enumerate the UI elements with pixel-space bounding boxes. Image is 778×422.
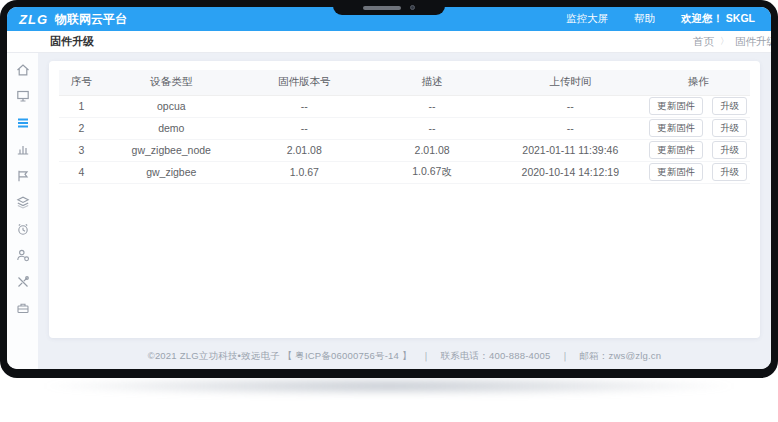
copyright-footer: ©2021 ZLG立功科技•致远电子 【 粤ICP备06000756号-14 】… (38, 344, 771, 369)
update-firmware-button[interactable]: 更新固件 (649, 163, 703, 180)
cell-version: 1.0.67 (239, 161, 370, 183)
table-row: 2 demo -- -- -- 更新固件 升级 (59, 117, 750, 139)
firmware-table: 序号 设备类型 固件版本号 描述 上传时间 操作 (59, 70, 750, 184)
cell-upload-time: -- (494, 95, 646, 117)
cell-description: 2.01.08 (370, 139, 494, 161)
user-admin-icon[interactable] (15, 248, 30, 263)
upgrade-button[interactable]: 升级 (712, 97, 747, 114)
col-header-upload-time: 上传时间 (494, 70, 646, 95)
home-icon[interactable] (15, 62, 30, 77)
device-drop-shadow (36, 376, 742, 396)
col-header-version: 固件版本号 (239, 70, 370, 95)
table-row: 1 opcua -- -- -- 更新固件 升级 (59, 95, 750, 117)
cell-operations: 更新固件 升级 (646, 161, 750, 183)
upgrade-button[interactable]: 升级 (712, 163, 747, 180)
header-nav: 监控大屏 帮助 欢迎您！ SKGL (566, 12, 755, 26)
nav-monitor-screen[interactable]: 监控大屏 (566, 12, 608, 26)
update-firmware-button[interactable]: 更新固件 (649, 141, 703, 158)
cell-operations: 更新固件 升级 (646, 139, 750, 161)
table-header-row: 序号 设备类型 固件版本号 描述 上传时间 操作 (59, 70, 750, 95)
speaker-slot (363, 6, 401, 10)
alarm-icon[interactable] (15, 221, 30, 236)
nav-help[interactable]: 帮助 (634, 12, 655, 26)
cell-index: 4 (59, 161, 104, 183)
main-area: 序号 设备类型 固件版本号 描述 上传时间 操作 (7, 53, 771, 369)
screen: ZLG 物联网云平台 监控大屏 帮助 欢迎您！ SKGL 固件升级 首页 〉 固… (7, 7, 771, 369)
card-wrapper: 序号 设备类型 固件版本号 描述 上传时间 操作 (38, 53, 771, 344)
cell-device-type: gw_zigbee_node (104, 139, 239, 161)
update-firmware-button[interactable]: 更新固件 (649, 97, 703, 114)
upgrade-button[interactable]: 升级 (712, 141, 747, 158)
cell-version: -- (239, 117, 370, 139)
content-area: 序号 设备类型 固件版本号 描述 上传时间 操作 (38, 53, 771, 369)
monitor-icon[interactable] (15, 89, 30, 104)
breadcrumb-current: 固件升级 (735, 35, 771, 49)
layers-icon[interactable] (15, 195, 30, 210)
cell-index: 2 (59, 117, 104, 139)
cell-version: -- (239, 95, 370, 117)
breadcrumb: 首页 〉 固件升级 (693, 35, 771, 49)
breadcrumb-separator-icon: 〉 (720, 35, 729, 48)
cell-index: 1 (59, 95, 104, 117)
cell-operations: 更新固件 升级 (646, 95, 750, 117)
bar-chart-icon[interactable] (15, 142, 30, 157)
cell-version: 2.01.08 (239, 139, 370, 161)
cell-description: -- (370, 95, 494, 117)
col-header-description: 描述 (370, 70, 494, 95)
device-notch (333, 0, 445, 15)
cell-description: 1.0.67改 (370, 161, 494, 183)
tab-strip: 固件升级 首页 〉 固件升级 (7, 31, 771, 53)
cell-upload-time: -- (494, 117, 646, 139)
tab-firmware-upgrade[interactable]: 固件升级 (50, 34, 94, 49)
camera-dot (410, 5, 415, 10)
welcome-user-label[interactable]: 欢迎您！ SKGL (681, 12, 755, 26)
firmware-table-card: 序号 设备类型 固件版本号 描述 上传时间 操作 (49, 61, 760, 338)
col-header-device-type: 设备类型 (104, 70, 239, 95)
update-firmware-button[interactable]: 更新固件 (649, 119, 703, 136)
zlg-logo: ZLG (19, 12, 48, 27)
table-row: 4 gw_zigbee 1.0.67 1.0.67改 2020-10-14 14… (59, 161, 750, 183)
firmware-list-icon[interactable] (15, 115, 30, 130)
cell-operations: 更新固件 升级 (646, 117, 750, 139)
device-mockup: ZLG 物联网云平台 监控大屏 帮助 欢迎您！ SKGL 固件升级 首页 〉 固… (0, 0, 778, 422)
toolbox-icon[interactable] (15, 301, 30, 316)
col-header-operation: 操作 (646, 70, 750, 95)
cell-upload-time: 2021-01-11 11:39:46 (494, 139, 646, 161)
device-bezel: ZLG 物联网云平台 监控大屏 帮助 欢迎您！ SKGL 固件升级 首页 〉 固… (0, 0, 778, 378)
brand-title: 物联网云平台 (55, 11, 127, 28)
sidebar (7, 53, 38, 369)
tools-icon[interactable] (15, 274, 30, 289)
flag-icon[interactable] (15, 168, 30, 183)
cell-device-type: opcua (104, 95, 239, 117)
breadcrumb-home[interactable]: 首页 (693, 35, 714, 49)
cell-device-type: gw_zigbee (104, 161, 239, 183)
col-header-index: 序号 (59, 70, 104, 95)
cell-upload-time: 2020-10-14 14:12:19 (494, 161, 646, 183)
cell-device-type: demo (104, 117, 239, 139)
cell-index: 3 (59, 139, 104, 161)
cell-description: -- (370, 117, 494, 139)
upgrade-button[interactable]: 升级 (712, 119, 747, 136)
table-row: 3 gw_zigbee_node 2.01.08 2.01.08 2021-01… (59, 139, 750, 161)
